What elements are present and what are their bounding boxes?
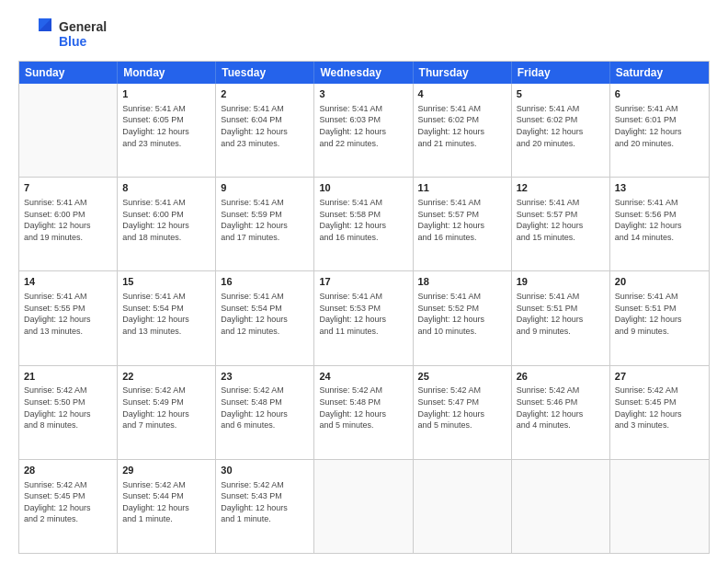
day-cell-17: 17Sunrise: 5:41 AM Sunset: 5:53 PM Dayli… — [314, 271, 413, 364]
day-cell-2: 2Sunrise: 5:41 AM Sunset: 6:04 PM Daylig… — [216, 84, 314, 177]
day-cell-19: 19Sunrise: 5:41 AM Sunset: 5:51 PM Dayli… — [512, 271, 610, 364]
day-cell-empty — [610, 460, 709, 553]
day-info: Sunrise: 5:42 AM Sunset: 5:49 PM Dayligh… — [122, 385, 210, 431]
day-info: Sunrise: 5:41 AM Sunset: 5:57 PM Dayligh… — [517, 197, 605, 243]
day-cell-27: 27Sunrise: 5:42 AM Sunset: 5:45 PM Dayli… — [610, 366, 709, 459]
day-cell-22: 22Sunrise: 5:42 AM Sunset: 5:49 PM Dayli… — [118, 366, 216, 459]
day-cell-14: 14Sunrise: 5:41 AM Sunset: 5:55 PM Dayli… — [19, 271, 118, 364]
calendar: SundayMondayTuesdayWednesdayThursdayFrid… — [18, 61, 710, 554]
day-cell-empty — [414, 460, 512, 553]
day-info: Sunrise: 5:42 AM Sunset: 5:45 PM Dayligh… — [24, 479, 112, 525]
day-number: 3 — [319, 87, 407, 101]
day-number: 26 — [517, 370, 605, 384]
day-number: 10 — [319, 181, 407, 195]
day-number: 12 — [517, 181, 605, 195]
day-cell-4: 4Sunrise: 5:41 AM Sunset: 6:02 PM Daylig… — [414, 84, 512, 177]
day-info: Sunrise: 5:42 AM Sunset: 5:47 PM Dayligh… — [418, 385, 506, 431]
day-info: Sunrise: 5:41 AM Sunset: 5:55 PM Dayligh… — [24, 291, 112, 337]
week-row-1: 1Sunrise: 5:41 AM Sunset: 6:05 PM Daylig… — [19, 84, 709, 177]
week-row-5: 28Sunrise: 5:42 AM Sunset: 5:45 PM Dayli… — [19, 459, 709, 553]
day-cell-8: 8Sunrise: 5:41 AM Sunset: 6:00 PM Daylig… — [118, 178, 216, 270]
day-number: 2 — [221, 87, 309, 101]
day-info: Sunrise: 5:41 AM Sunset: 5:56 PM Dayligh… — [615, 197, 704, 243]
day-info: Sunrise: 5:41 AM Sunset: 5:58 PM Dayligh… — [319, 197, 407, 243]
day-number: 6 — [615, 87, 704, 101]
week-row-3: 14Sunrise: 5:41 AM Sunset: 5:55 PM Dayli… — [19, 270, 709, 364]
day-cell-12: 12Sunrise: 5:41 AM Sunset: 5:57 PM Dayli… — [512, 178, 610, 270]
day-number: 21 — [24, 370, 112, 384]
day-info: Sunrise: 5:41 AM Sunset: 5:54 PM Dayligh… — [122, 291, 210, 337]
day-info: Sunrise: 5:41 AM Sunset: 5:54 PM Dayligh… — [221, 291, 309, 337]
day-info: Sunrise: 5:42 AM Sunset: 5:48 PM Dayligh… — [319, 385, 407, 431]
day-info: Sunrise: 5:41 AM Sunset: 5:51 PM Dayligh… — [615, 291, 704, 337]
day-info: Sunrise: 5:41 AM Sunset: 6:05 PM Dayligh… — [122, 103, 210, 149]
calendar-body: 1Sunrise: 5:41 AM Sunset: 6:05 PM Daylig… — [19, 84, 709, 553]
day-cell-10: 10Sunrise: 5:41 AM Sunset: 5:58 PM Dayli… — [314, 178, 413, 270]
day-info: Sunrise: 5:41 AM Sunset: 6:00 PM Dayligh… — [122, 197, 210, 243]
day-number: 15 — [122, 275, 210, 289]
day-info: Sunrise: 5:41 AM Sunset: 5:57 PM Dayligh… — [418, 197, 506, 243]
day-info: Sunrise: 5:42 AM Sunset: 5:46 PM Dayligh… — [517, 385, 605, 431]
logo: GeneralBlue — [18, 17, 107, 52]
day-info: Sunrise: 5:41 AM Sunset: 6:02 PM Dayligh… — [418, 103, 506, 149]
day-number: 19 — [517, 275, 605, 289]
page: GeneralBlue SundayMondayTuesdayWednesday… — [0, 0, 728, 563]
day-cell-30: 30Sunrise: 5:42 AM Sunset: 5:43 PM Dayli… — [216, 460, 314, 553]
day-number: 7 — [24, 181, 112, 195]
day-number: 16 — [221, 275, 309, 289]
day-number: 17 — [319, 275, 407, 289]
day-number: 28 — [24, 464, 112, 477]
day-number: 18 — [418, 275, 506, 289]
header-day-monday: Monday — [118, 62, 216, 84]
day-cell-24: 24Sunrise: 5:42 AM Sunset: 5:48 PM Dayli… — [314, 366, 413, 459]
day-cell-26: 26Sunrise: 5:42 AM Sunset: 5:46 PM Dayli… — [512, 366, 610, 459]
day-cell-15: 15Sunrise: 5:41 AM Sunset: 5:54 PM Dayli… — [118, 271, 216, 364]
day-cell-1: 1Sunrise: 5:41 AM Sunset: 6:05 PM Daylig… — [118, 84, 216, 177]
day-number: 14 — [24, 275, 112, 289]
day-cell-3: 3Sunrise: 5:41 AM Sunset: 6:03 PM Daylig… — [314, 84, 413, 177]
day-info: Sunrise: 5:41 AM Sunset: 6:02 PM Dayligh… — [517, 103, 605, 149]
day-info: Sunrise: 5:41 AM Sunset: 5:51 PM Dayligh… — [517, 291, 605, 337]
day-number: 8 — [122, 181, 210, 195]
day-cell-5: 5Sunrise: 5:41 AM Sunset: 6:02 PM Daylig… — [512, 84, 610, 177]
calendar-header: SundayMondayTuesdayWednesdayThursdayFrid… — [19, 62, 709, 84]
day-cell-28: 28Sunrise: 5:42 AM Sunset: 5:45 PM Dayli… — [19, 460, 118, 553]
day-info: Sunrise: 5:42 AM Sunset: 5:43 PM Dayligh… — [221, 479, 309, 525]
day-info: Sunrise: 5:41 AM Sunset: 5:52 PM Dayligh… — [418, 291, 506, 337]
day-cell-6: 6Sunrise: 5:41 AM Sunset: 6:01 PM Daylig… — [610, 84, 709, 177]
logo-icon — [18, 17, 53, 52]
day-number: 30 — [221, 464, 309, 477]
day-info: Sunrise: 5:42 AM Sunset: 5:45 PM Dayligh… — [615, 385, 704, 431]
day-cell-18: 18Sunrise: 5:41 AM Sunset: 5:52 PM Dayli… — [414, 271, 512, 364]
day-number: 1 — [122, 87, 210, 101]
day-cell-20: 20Sunrise: 5:41 AM Sunset: 5:51 PM Dayli… — [610, 271, 709, 364]
day-cell-empty — [19, 84, 118, 177]
header-day-saturday: Saturday — [610, 62, 709, 84]
day-cell-empty — [512, 460, 610, 553]
day-cell-16: 16Sunrise: 5:41 AM Sunset: 5:54 PM Dayli… — [216, 271, 314, 364]
day-number: 4 — [418, 87, 506, 101]
day-info: Sunrise: 5:41 AM Sunset: 5:53 PM Dayligh… — [319, 291, 407, 337]
logo-general: General — [59, 19, 107, 34]
day-number: 25 — [418, 370, 506, 384]
header-day-sunday: Sunday — [19, 62, 118, 84]
day-info: Sunrise: 5:41 AM Sunset: 6:01 PM Dayligh… — [615, 103, 704, 149]
day-cell-empty — [314, 460, 413, 553]
day-number: 5 — [517, 87, 605, 101]
day-cell-25: 25Sunrise: 5:42 AM Sunset: 5:47 PM Dayli… — [414, 366, 512, 459]
day-info: Sunrise: 5:42 AM Sunset: 5:48 PM Dayligh… — [221, 385, 309, 431]
day-info: Sunrise: 5:41 AM Sunset: 6:00 PM Dayligh… — [24, 197, 112, 243]
day-number: 20 — [615, 275, 704, 289]
day-info: Sunrise: 5:41 AM Sunset: 5:59 PM Dayligh… — [221, 197, 309, 243]
day-info: Sunrise: 5:41 AM Sunset: 6:04 PM Dayligh… — [221, 103, 309, 149]
day-number: 11 — [418, 181, 506, 195]
day-number: 29 — [122, 464, 210, 477]
header-day-tuesday: Tuesday — [216, 62, 314, 84]
logo-blue: Blue — [59, 34, 107, 49]
day-number: 9 — [221, 181, 309, 195]
day-info: Sunrise: 5:42 AM Sunset: 5:50 PM Dayligh… — [24, 385, 112, 431]
day-cell-11: 11Sunrise: 5:41 AM Sunset: 5:57 PM Dayli… — [414, 178, 512, 270]
day-number: 22 — [122, 370, 210, 384]
day-cell-21: 21Sunrise: 5:42 AM Sunset: 5:50 PM Dayli… — [19, 366, 118, 459]
day-info: Sunrise: 5:42 AM Sunset: 5:44 PM Dayligh… — [122, 479, 210, 525]
